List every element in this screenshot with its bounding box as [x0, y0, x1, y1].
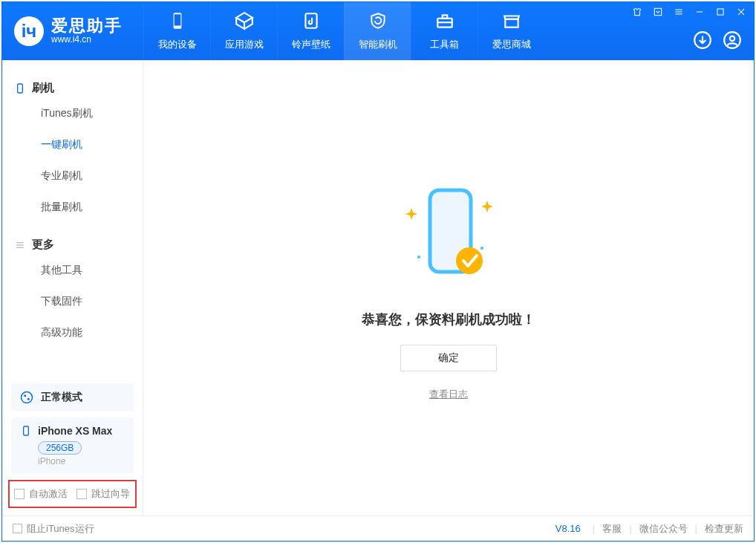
- store-icon: [502, 11, 521, 33]
- window-controls: [632, 7, 746, 20]
- sidebar-bottom: 正常模式 iPhone XS Max 256GB iPhone 自动激活: [2, 377, 143, 516]
- cube-icon: [235, 11, 254, 33]
- group-title: 刷机: [32, 81, 54, 95]
- side-group-header: 更多: [2, 235, 143, 255]
- side-group-more: 更多 其他工具 下载固件 高级功能: [2, 229, 143, 354]
- success-illustration: [397, 175, 501, 294]
- status-card[interactable]: 正常模式: [11, 383, 134, 412]
- nav-tab-store[interactable]: 爱思商城: [478, 2, 544, 60]
- nav-tab-my-device[interactable]: 我的设备: [143, 2, 210, 60]
- minimize-button[interactable]: [694, 7, 705, 20]
- svg-marker-27: [481, 201, 493, 212]
- device-icon: [20, 425, 32, 437]
- logo-block: iч 爱思助手 www.i4.cn: [2, 2, 143, 60]
- svg-rect-1: [174, 14, 180, 25]
- device-icon: [168, 11, 187, 33]
- svg-marker-26: [405, 208, 417, 220]
- sidebar-item-other-tools[interactable]: 其他工具: [2, 255, 143, 286]
- header: iч 爱思助手 www.i4.cn 我的设备 应用游戏: [2, 2, 754, 60]
- footer-right: V8.16 | 客服 | 微信公众号 | 检查更新: [555, 522, 743, 536]
- music-file-icon: [302, 11, 321, 33]
- footer-link-support[interactable]: 客服: [602, 522, 622, 536]
- sidebar-item-batch-flash[interactable]: 批量刷机: [2, 192, 143, 223]
- side-group-flash: 刷机 iTunes刷机 一键刷机 专业刷机 批量刷机: [2, 72, 143, 229]
- svg-rect-18: [18, 84, 23, 93]
- checkbox-icon: [76, 489, 87, 499]
- header-right: [632, 2, 754, 60]
- list-icon: [14, 239, 26, 251]
- checkbox-auto-activate[interactable]: 自动激活: [14, 487, 68, 501]
- svg-point-29: [480, 247, 483, 250]
- nav-tab-smart-flash[interactable]: 智能刷机: [344, 2, 411, 60]
- dropdown-icon[interactable]: [653, 7, 663, 20]
- main-panel: 恭喜您，保资料刷机成功啦！ 确定 查看日志: [143, 60, 754, 516]
- sidebar-item-itunes-flash[interactable]: iTunes刷机: [2, 98, 143, 129]
- nav-tabs: 我的设备 应用游戏 铃声壁纸 智能刷机: [143, 2, 544, 60]
- header-action-icons: [693, 30, 742, 53]
- checkbox-icon: [13, 524, 22, 533]
- checkbox-icon: [14, 489, 25, 499]
- checkbox-block-itunes[interactable]: 阻止iTunes运行: [13, 522, 94, 536]
- refresh-shield-icon: [368, 11, 388, 33]
- app-window: iч 爱思助手 www.i4.cn 我的设备 应用游戏: [1, 1, 755, 542]
- group-title: 更多: [32, 238, 54, 252]
- download-icon[interactable]: [693, 30, 712, 53]
- sidebar-item-oneclick-flash[interactable]: 一键刷机: [2, 129, 143, 160]
- confirm-button[interactable]: 确定: [400, 345, 497, 371]
- svg-rect-25: [24, 426, 29, 435]
- logo-text: 爱思助手 www.i4.cn: [51, 18, 123, 45]
- success-message: 恭喜您，保资料刷机成功啦！: [362, 310, 535, 328]
- side-nav: 刷机 iTunes刷机 一键刷机 专业刷机 批量刷机 更多 其他工具 下载固件 …: [2, 60, 143, 377]
- svg-rect-7: [654, 8, 661, 15]
- separator: |: [695, 523, 697, 534]
- nav-label: 铃声壁纸: [292, 38, 330, 51]
- sidebar-item-advanced[interactable]: 高级功能: [2, 317, 143, 348]
- device-type: iPhone: [38, 456, 125, 466]
- status-icon: [20, 391, 33, 404]
- footer-link-update[interactable]: 检查更新: [705, 522, 743, 536]
- side-group-header: 刷机: [2, 78, 143, 98]
- separator: |: [629, 523, 631, 534]
- sidebar: 刷机 iTunes刷机 一键刷机 专业刷机 批量刷机 更多 其他工具 下载固件 …: [2, 60, 143, 516]
- footer-link-wechat[interactable]: 微信公众号: [639, 522, 688, 536]
- nav-label: 爱思商城: [492, 38, 531, 51]
- svg-point-23: [24, 394, 26, 397]
- status-label: 正常模式: [41, 391, 82, 404]
- menu-icon[interactable]: [674, 7, 684, 20]
- sidebar-item-download-fw[interactable]: 下载固件: [2, 286, 143, 317]
- svg-point-22: [22, 392, 33, 403]
- checkbox-label: 阻止iTunes运行: [27, 522, 94, 536]
- nav-tab-apps-games[interactable]: 应用游戏: [210, 2, 277, 60]
- sidebar-item-pro-flash[interactable]: 专业刷机: [2, 160, 143, 192]
- footer: 阻止iTunes运行 V8.16 | 客服 | 微信公众号 | 检查更新: [2, 516, 754, 541]
- checkbox-label: 跳过向导: [91, 487, 130, 501]
- user-icon[interactable]: [723, 30, 742, 53]
- svg-point-24: [27, 398, 30, 400]
- nav-tab-toolbox[interactable]: 工具箱: [411, 2, 478, 60]
- device-capacity: 256GB: [38, 441, 82, 455]
- device-card[interactable]: iPhone XS Max 256GB iPhone: [11, 417, 134, 474]
- maximize-button[interactable]: [715, 7, 726, 20]
- nav-label: 应用游戏: [225, 38, 264, 51]
- checkbox-skip-guide[interactable]: 跳过向导: [76, 487, 130, 501]
- separator: |: [593, 523, 595, 534]
- device-name-row: iPhone XS Max: [20, 425, 125, 437]
- options-highlight: 自动激活 跳过向导: [8, 480, 137, 508]
- svg-point-31: [456, 247, 483, 274]
- svg-point-28: [417, 256, 420, 259]
- body: 刷机 iTunes刷机 一键刷机 专业刷机 批量刷机 更多 其他工具 下载固件 …: [2, 60, 754, 516]
- svg-point-17: [730, 36, 735, 42]
- device-name: iPhone XS Max: [38, 425, 112, 437]
- logo-icon: iч: [14, 16, 44, 46]
- nav-label: 智能刷机: [359, 38, 397, 51]
- view-log-link[interactable]: 查看日志: [429, 388, 468, 401]
- nav-label: 工具箱: [430, 38, 459, 51]
- checkbox-label: 自动激活: [29, 487, 68, 501]
- nav-tab-ring-wall[interactable]: 铃声壁纸: [277, 2, 344, 60]
- app-name: 爱思助手: [51, 18, 123, 34]
- nav-label: 我的设备: [158, 38, 197, 51]
- shirt-icon[interactable]: [632, 7, 642, 20]
- close-button[interactable]: [736, 7, 746, 20]
- svg-rect-12: [717, 9, 723, 15]
- svg-rect-6: [505, 19, 518, 27]
